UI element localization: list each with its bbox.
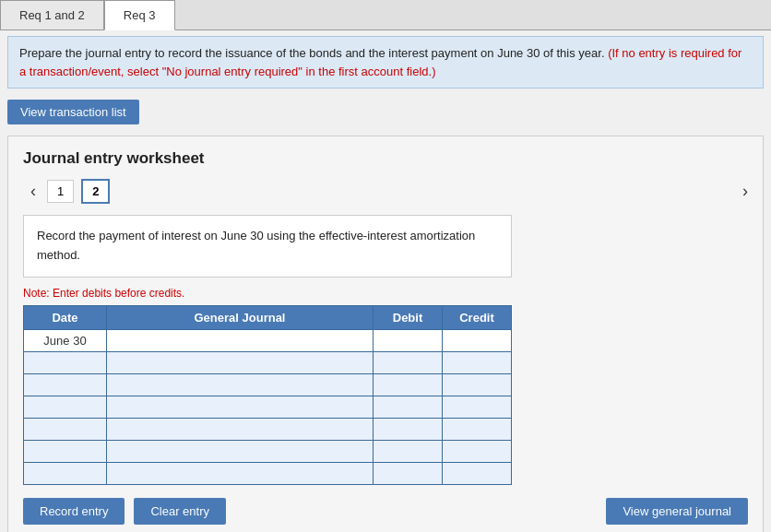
bottom-buttons: Record entry Clear entry View general jo… [23, 498, 748, 525]
date-cell-3 [24, 396, 107, 418]
journal-input-1[interactable] [107, 352, 373, 373]
credit-cell-4[interactable] [443, 418, 512, 440]
debit-cell-4[interactable] [374, 418, 443, 440]
debit-input-4[interactable] [374, 419, 442, 440]
credit-input-2[interactable] [443, 374, 511, 396]
journal-input-2[interactable] [107, 374, 373, 396]
debit-input-0[interactable] [374, 330, 442, 351]
view-transaction-button[interactable]: View transaction list [7, 100, 139, 124]
page-2-button[interactable]: 2 [81, 179, 110, 204]
debit-input-1[interactable] [374, 352, 442, 373]
debit-input-2[interactable] [374, 374, 442, 396]
journal-cell-4[interactable] [107, 418, 374, 440]
table-row: June 30 [24, 329, 512, 351]
credit-cell-2[interactable] [443, 373, 512, 396]
info-box: Prepare the journal entry to record the … [7, 36, 764, 89]
page-navigation: ‹ 1 2 › [23, 179, 748, 204]
journal-input-3[interactable] [107, 396, 373, 418]
date-cell-2 [24, 373, 107, 396]
credit-cell-1[interactable] [443, 351, 512, 373]
col-header-debit: Debit [374, 305, 443, 329]
credit-cell-0[interactable] [443, 329, 512, 351]
debit-input-6[interactable] [374, 463, 442, 484]
credit-input-4[interactable] [443, 419, 511, 440]
journal-cell-3[interactable] [107, 396, 374, 418]
description-box: Record the payment of interest on June 3… [23, 215, 512, 278]
debit-cell-1[interactable] [374, 351, 443, 373]
debit-input-3[interactable] [374, 396, 442, 418]
debit-cell-6[interactable] [374, 462, 443, 484]
credit-cell-3[interactable] [443, 396, 512, 418]
tab-req3[interactable]: Req 3 [104, 0, 175, 30]
tab-req1-and-2[interactable]: Req 1 and 2 [0, 0, 104, 30]
journal-input-6[interactable] [107, 463, 373, 484]
debit-cell-0[interactable] [374, 329, 443, 351]
debit-cell-5[interactable] [374, 440, 443, 462]
table-row [24, 440, 512, 462]
debit-input-5[interactable] [374, 441, 442, 462]
credit-cell-5[interactable] [443, 440, 512, 462]
info-main-text: Prepare the journal entry to record the … [19, 46, 605, 60]
table-row [24, 418, 512, 440]
view-general-journal-button[interactable]: View general journal [606, 498, 748, 525]
prev-page-button[interactable]: ‹ [23, 182, 43, 201]
date-cell-4 [24, 418, 107, 440]
record-entry-button[interactable]: Record entry [23, 498, 125, 525]
worksheet-title: Journal entry worksheet [23, 149, 748, 168]
credit-input-1[interactable] [443, 352, 511, 373]
table-row [24, 373, 512, 396]
journal-entry-worksheet: Journal entry worksheet ‹ 1 2 › Record t… [7, 136, 764, 532]
debit-cell-3[interactable] [374, 396, 443, 418]
tab-bar: Req 1 and 2 Req 3 [0, 0, 771, 30]
debit-cell-2[interactable] [374, 373, 443, 396]
col-header-date: Date [24, 305, 107, 329]
credit-input-0[interactable] [443, 330, 511, 351]
journal-cell-5[interactable] [107, 440, 374, 462]
col-header-journal: General Journal [107, 305, 374, 329]
date-cell-1 [24, 351, 107, 373]
table-row [24, 351, 512, 373]
journal-input-4[interactable] [107, 419, 373, 440]
journal-table: Date General Journal Debit Credit June 3… [23, 305, 512, 485]
col-header-credit: Credit [443, 305, 512, 329]
credit-cell-6[interactable] [443, 462, 512, 484]
journal-cell-1[interactable] [107, 351, 374, 373]
date-cell-6 [24, 462, 107, 484]
clear-entry-button[interactable]: Clear entry [134, 498, 226, 525]
date-cell-0: June 30 [24, 329, 107, 351]
journal-cell-2[interactable] [107, 373, 374, 396]
credit-input-3[interactable] [443, 396, 511, 418]
journal-cell-0[interactable] [107, 329, 374, 351]
journal-input-5[interactable] [107, 441, 373, 462]
next-page-button[interactable]: › [742, 182, 748, 201]
table-row [24, 462, 512, 484]
note-text: Note: Enter debits before credits. [23, 287, 748, 300]
credit-input-5[interactable] [443, 441, 511, 462]
journal-input-0[interactable] [107, 330, 373, 351]
page-1-button[interactable]: 1 [47, 180, 74, 203]
journal-cell-6[interactable] [107, 462, 374, 484]
table-row [24, 396, 512, 418]
date-cell-5 [24, 440, 107, 462]
credit-input-6[interactable] [443, 463, 511, 484]
